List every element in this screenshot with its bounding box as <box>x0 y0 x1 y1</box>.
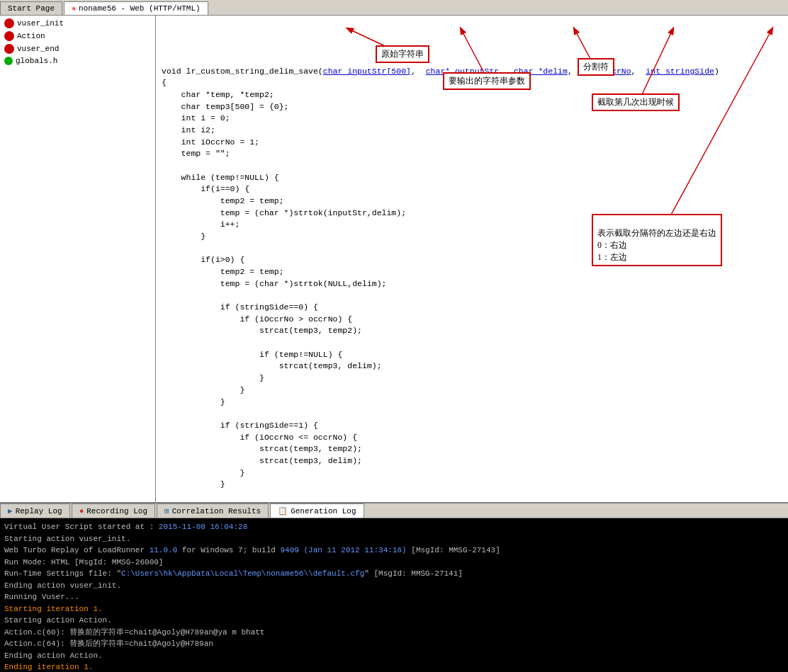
log-line-1: Virtual User Script started at : 2015-11… <box>4 521 784 533</box>
code-line-13: temp = (char *)strtok(inputStr,delim); <box>162 208 406 217</box>
tab-recording-log[interactable]: ● Recording Log <box>72 503 155 518</box>
vuser-end-icon <box>4 44 14 54</box>
tab-start-page[interactable]: Start Page <box>0 1 62 15</box>
code-line-28: } <box>162 385 244 394</box>
sidebar: vuser_init Action vuser_end globals.h <box>0 16 156 502</box>
correlation-icon: ⊞ <box>164 506 169 516</box>
html-icon: ✱ <box>72 4 76 13</box>
code-line-37 <box>162 491 167 501</box>
code-line-1: void lr_custom_string_delim_save(char in… <box>162 67 719 76</box>
start-page-label: Start Page <box>8 4 55 13</box>
code-line-36: } <box>162 479 225 489</box>
code-line-31: if (stringSide==1) { <box>162 421 318 430</box>
code-line-2: { <box>162 78 167 87</box>
code-line-23: strcat(temp3, temp2); <box>162 326 362 335</box>
correlation-label: Correlation Results <box>172 507 261 516</box>
log-line-8: Starting iteration 1. <box>4 603 784 615</box>
replay-log-icon: ▶ <box>8 506 13 516</box>
sidebar-item-vuser-end[interactable]: vuser_end <box>0 42 155 55</box>
code-line-12: temp2 = temp; <box>162 196 284 205</box>
bottom-tabs: ▶ Replay Log ● Recording Log ⊞ Correlati… <box>0 503 788 518</box>
code-line-17: if(i>0) { <box>162 255 244 264</box>
code-line-9 <box>162 161 167 170</box>
action-icon <box>4 31 14 41</box>
log-area[interactable]: Virtual User Script started at : 2015-11… <box>0 518 788 672</box>
log-line-7: Running Vuser... <box>4 591 784 603</box>
code-line-16 <box>162 244 167 253</box>
code-content: void lr_custom_string_delim_save(char in… <box>156 16 788 502</box>
vuser-end-label: vuser_end <box>17 45 59 53</box>
vuser-init-label: vuser_init <box>17 19 64 28</box>
recording-log-label: Recording Log <box>86 507 147 516</box>
log-line-6: Ending action vuser_init. <box>4 580 784 592</box>
log-line-12: Ending action Action. <box>4 650 784 662</box>
generation-log-label: Generation Log <box>291 507 356 516</box>
code-line-20 <box>162 290 167 300</box>
code-line-22: if (iOccrNo > occrNo) { <box>162 314 352 324</box>
generation-log-icon: 📋 <box>278 506 288 516</box>
code-line-25: if (temp!=NULL) { <box>162 350 342 359</box>
code-line-8: temp = ""; <box>162 149 230 158</box>
code-line-29: } <box>162 397 225 406</box>
log-line-3: Web Turbo Replay of LoadRunner 11.0.0 fo… <box>4 545 784 557</box>
tab-bar: Start Page ✱ noname56 - Web (HTTP/HTML) <box>0 0 788 16</box>
code-line-27: } <box>162 373 264 382</box>
log-line-9: Starting action Action. <box>4 615 784 627</box>
code-line-10: while (temp!=NULL) { <box>162 173 279 182</box>
code-area[interactable]: void lr_custom_string_delim_save(char in… <box>156 16 788 502</box>
bottom-panel: ▶ Replay Log ● Recording Log ⊞ Correlati… <box>0 502 788 672</box>
code-line-18: temp2 = temp; <box>162 267 284 276</box>
tab-noname56[interactable]: ✱ noname56 - Web (HTTP/HTML) <box>64 1 208 15</box>
replay-log-label: Replay Log <box>16 507 62 516</box>
code-line-11: if(i==0) { <box>162 184 249 193</box>
globals-label: globals.h <box>16 57 57 65</box>
log-line-10: Action.c(60): 替换前的字符串=chait@Agoly@H789an… <box>4 627 784 639</box>
main-area: vuser_init Action vuser_end globals.h vo… <box>0 16 788 502</box>
sidebar-item-globals-h[interactable]: globals.h <box>0 55 155 67</box>
code-line-30 <box>162 409 167 418</box>
code-line-33: strcat(temp3, temp2); <box>162 444 362 453</box>
code-line-26: strcat(temp3, delim); <box>162 361 382 370</box>
code-line-21: if (stringSide==0) { <box>162 302 318 312</box>
tab-replay-log[interactable]: ▶ Replay Log <box>0 503 70 518</box>
code-line-35: } <box>162 468 244 477</box>
code-line-6: int i2; <box>162 125 215 135</box>
globals-icon <box>4 57 13 65</box>
code-line-32: if (iOccrNo <= occrNo) { <box>162 433 357 442</box>
code-line-7: int iOccrNo = 1; <box>162 137 259 147</box>
log-line-5: Run-Time Settings file: "C:\Users\hk\App… <box>4 568 784 580</box>
noname56-label: noname56 - Web (HTTP/HTML) <box>79 4 201 13</box>
tab-generation-log[interactable]: 📋 Generation Log <box>270 503 364 518</box>
code-line-24 <box>162 338 167 347</box>
action-label: Action <box>17 32 45 40</box>
code-line-34: strcat(temp3, delim); <box>162 456 362 465</box>
log-line-2: Starting action vuser_init. <box>4 533 784 545</box>
log-line-13: Ending iteration 1. <box>4 661 784 672</box>
code-line-3: char *temp, *temp2; <box>162 90 274 99</box>
log-line-11: Action.c(64): 替换后的字符串=chait@Agoly@H789an <box>4 638 784 650</box>
vuser-init-icon <box>4 18 14 28</box>
tab-correlation-results[interactable]: ⊞ Correlation Results <box>157 503 269 518</box>
code-line-19: temp = (char *)strtok(NULL,delim); <box>162 279 386 288</box>
sidebar-item-action[interactable]: Action <box>0 30 155 42</box>
log-line-4: Run Mode: HTML [MsgId: MMSG-26000] <box>4 557 784 569</box>
code-line-5: int i = 0; <box>162 113 230 123</box>
code-line-15: } <box>162 232 206 241</box>
sidebar-item-vuser-init[interactable]: vuser_init <box>0 17 155 30</box>
code-line-14: i++; <box>162 220 240 229</box>
code-line-4: char temp3[500] = {0}; <box>162 102 288 111</box>
recording-log-icon: ● <box>79 507 84 516</box>
